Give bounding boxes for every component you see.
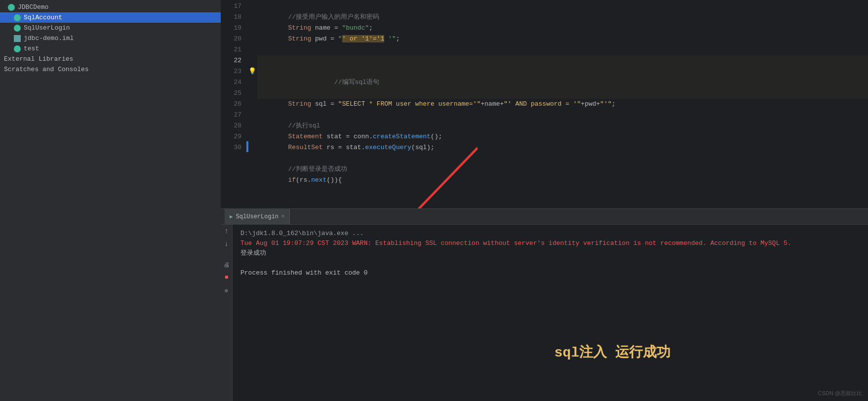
console-tools: ↑ ↓ 🖨 ■ ⊘ [221,225,233,401]
console-blank [240,258,860,268]
console-output: D:\jdk1.8.0_162\bin\java.exe ... Tue Aug… [233,225,868,401]
sidebar-item-scratches[interactable]: Scratches and Consoles [0,64,221,75]
code-line-24 [257,110,868,120]
sidebar-item-external[interactable]: External Libraries [0,54,221,64]
sidebar-label-iml: jdbc-demo.iml [24,35,74,42]
sidebar-label-external: External Libraries [4,55,73,63]
code-line-29: //判断登录是否成功 [257,164,868,175]
code-line-22: 💡 //编写sql语句 [257,55,868,99]
line-numbers: 17 18 19 20 21 22 23 24 25 26 27 28 29 3… [221,0,245,208]
code-line-25: //执行sql [257,120,868,131]
console-tab-close[interactable]: × [281,214,284,219]
sidebar-label-sqlaccount: SqlAccount [24,14,62,21]
run-icon: ▶ [230,213,233,220]
code-line-27: ResultSet rs = stat.executeQuery(sql); [257,142,868,153]
iml-icon [14,35,21,42]
gutter [245,0,249,208]
sidebar-label-jdbcdemo: JDBCDemo [18,3,48,11]
code-line-19: String name = "bundc"; [257,23,868,34]
code-line-28 [257,153,868,164]
class-icon-2 [14,25,21,32]
code-line-17 [257,1,868,12]
annotation-label: sql注入 运行成功 [554,343,671,361]
code-line-23: String sql = "SELECT * FROM user where u… [257,99,868,110]
sidebar-item-jdbcdemo[interactable]: JDBCDemo [0,2,221,12]
code-line-26: Statement stat = conn.createStatement(); [257,131,868,142]
code-line-21 [257,44,868,55]
code-line-18: //接受用户输入的用户名和密码 [257,12,868,23]
project-icon [8,4,15,11]
print-btn[interactable]: 🖨 [222,260,231,269]
console-cmd-line: D:\jdk1.8.0_162\bin\java.exe ... [240,229,860,239]
watermark: CSDN @恶能比比 [818,390,862,397]
console-success-line: 登录成功 [240,248,860,258]
class-icon-3 [14,45,21,52]
sidebar-item-sqluserlogin[interactable]: SqlUserLogin [0,23,221,33]
console-exit-line: Process finished with exit code 0 [240,268,860,278]
sidebar-label-sqluserlogin: SqlUserLogin [24,24,70,32]
code-line-20: String pwd = "' or '1'='1 '"; [257,34,868,44]
console-tab-label: SqlUserLogin [236,213,278,220]
sidebar-label-scratches: Scratches and Consoles [4,66,89,73]
console-warn-line: Tue Aug 01 19:07:29 CST 2023 WARN: Estab… [240,239,860,248]
sidebar-item-test[interactable]: test [0,43,221,54]
project-sidebar: JDBCDemo SqlAccount SqlUserLogin jdbc-de… [0,0,221,401]
clear-btn[interactable]: ⊘ [222,286,231,295]
code-line-30: if(rs.next()){ [257,175,868,186]
code-editor: 17 18 19 20 21 22 23 24 25 26 27 28 29 3… [221,0,868,208]
sidebar-item-sqlaccount[interactable]: SqlAccount [0,12,221,23]
console-tab-sqluserlogin[interactable]: ▶ SqlUserLogin × [225,209,290,225]
scroll-down-btn[interactable]: ↓ [222,240,231,248]
sidebar-label-test: test [24,45,39,52]
class-icon [14,14,21,21]
scroll-up-btn[interactable]: ↑ [222,227,231,236]
console-panel: ▶ SqlUserLogin × ↑ ↓ 🖨 ■ ⊘ D:\jdk1.8.0 [221,208,868,401]
code-lines: //接受用户输入的用户名和密码 String name = "bundc"; S… [249,0,868,208]
stop-btn[interactable]: ■ [222,273,231,282]
sidebar-item-iml[interactable]: jdbc-demo.iml [0,33,221,43]
console-tab-bar: ▶ SqlUserLogin × [221,209,868,225]
